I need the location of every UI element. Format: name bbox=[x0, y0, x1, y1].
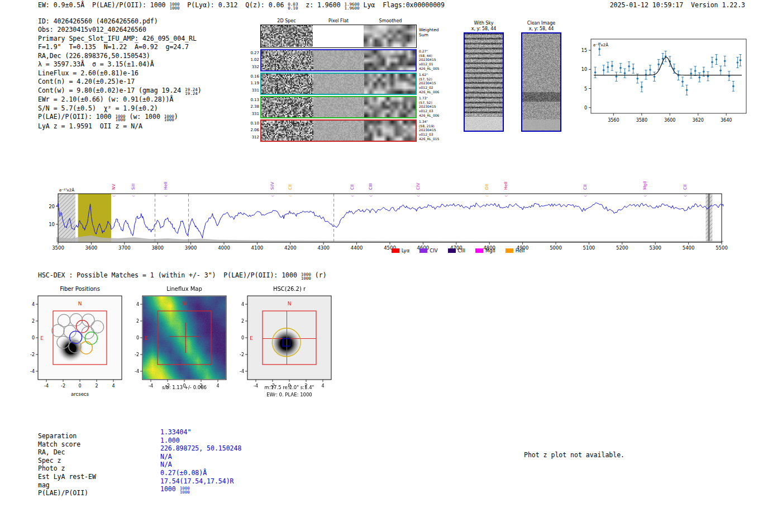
svg-text:(: ( bbox=[416, 195, 420, 196]
svg-text:2: 2 bbox=[136, 319, 139, 324]
svg-text:0: 0 bbox=[241, 336, 244, 341]
svg-text:-2: -2 bbox=[61, 384, 65, 389]
legend-item: HeII bbox=[506, 248, 525, 253]
zoom-ylabel: e⁻¹⁷x2Å bbox=[593, 42, 608, 47]
svg-text:0: 0 bbox=[136, 336, 139, 341]
match-row-label: Separation bbox=[38, 432, 96, 440]
svg-text:3600: 3600 bbox=[664, 118, 675, 123]
compass-east: E bbox=[145, 336, 148, 341]
match-row-value: 17.54(17.54,17.54)R bbox=[160, 477, 241, 486]
line-marker-label: CII bbox=[350, 184, 355, 190]
match-row-value: N/A bbox=[160, 461, 241, 469]
svg-text:4: 4 bbox=[136, 302, 139, 307]
cutout-2d-cell bbox=[364, 97, 416, 117]
compass-north: N bbox=[183, 301, 187, 306]
svg-text:(: ( bbox=[270, 195, 274, 196]
cutout-2d-cell bbox=[364, 25, 416, 47]
stacked-fraction: 1.96001.9600 bbox=[345, 3, 360, 11]
svg-text:3600: 3600 bbox=[85, 245, 98, 251]
panel-caption: s/b: 1.13 +/- 0.086 bbox=[162, 385, 207, 390]
legend-swatch bbox=[475, 248, 483, 253]
svg-text:4: 4 bbox=[216, 384, 219, 389]
compass-east: E bbox=[250, 336, 253, 341]
info-line: S/N = 5.7(±0.5) χ² = 1.9(±0.2) bbox=[38, 104, 202, 113]
svg-text:4: 4 bbox=[321, 384, 324, 389]
svg-text:(: ( bbox=[164, 195, 168, 196]
info-line: F=1.9" T=0.135 N̅=1.22 A̅=0.92 g=24.7 bbox=[38, 43, 202, 51]
svg-text:(: ( bbox=[112, 195, 116, 196]
clean-image bbox=[522, 33, 560, 131]
legend-swatch bbox=[448, 248, 456, 253]
svg-text:2: 2 bbox=[32, 319, 35, 324]
fiber-row-meta: 1.73"(57, 52)20230415v012_03426_RL_006 bbox=[419, 96, 464, 118]
emission-highlight-band bbox=[78, 194, 111, 242]
info-line: Cont(w) = 9.80(±0.02)e-17 (gmag 19.24 19… bbox=[38, 87, 202, 96]
compass-east: E bbox=[40, 336, 44, 341]
withsky-image bbox=[465, 33, 503, 131]
column-title-smoothed: Smoothed bbox=[364, 18, 417, 23]
svg-text:4: 4 bbox=[112, 384, 115, 389]
cutout-2d-cell bbox=[261, 25, 313, 47]
line-marker-label: OII bbox=[484, 184, 489, 190]
match-row-value: 0.27(±0.08)Å bbox=[160, 469, 241, 477]
svg-text:(: ( bbox=[583, 195, 587, 196]
compass-north: N bbox=[78, 301, 82, 306]
line-marker-label: HeII bbox=[503, 181, 508, 190]
svg-text:5: 5 bbox=[584, 87, 587, 92]
cutout-2d-cell bbox=[261, 74, 313, 94]
withsky-title: With Sky bbox=[462, 21, 505, 26]
detection-info-block: ID: 4026426560 (4026426560.pdf)Obs: 2023… bbox=[38, 17, 202, 131]
match-table-labels: SeparationMatch scoreRA, DecSpec zPhoto … bbox=[38, 432, 96, 497]
line-marker-label: CII bbox=[288, 184, 293, 190]
match-row-label: RA, Dec bbox=[38, 448, 96, 457]
match-row-value: 1.000 bbox=[160, 437, 241, 445]
fiber-cutout-row bbox=[260, 96, 417, 118]
line-marker-label: CII bbox=[583, 184, 588, 190]
cutout-2d-cell bbox=[313, 74, 364, 94]
fiber-row-meta: 1.34"(58, 219)20230415v012_03426_RL_015 bbox=[419, 119, 464, 141]
spec-ylabel: e⁻¹⁷x2Å bbox=[59, 188, 74, 193]
stacked-fraction: 10001000 bbox=[169, 3, 179, 11]
line-marker-label: SiII bbox=[131, 184, 136, 190]
legend-swatch bbox=[392, 248, 399, 253]
panel-caption-2: EWr: 0. PLAE: 1000 bbox=[266, 392, 312, 397]
svg-text:3500: 3500 bbox=[52, 245, 64, 251]
info-line: RA,Dec (226.898376,50.150543) bbox=[38, 52, 202, 60]
panel-title: Lineflux Map bbox=[166, 286, 202, 292]
svg-text:0: 0 bbox=[78, 384, 81, 389]
cutout-2d-cell bbox=[364, 121, 416, 141]
svg-text:10: 10 bbox=[581, 67, 587, 72]
column-title-2d-spec: 2D Spec bbox=[260, 18, 313, 23]
svg-text:4200: 4200 bbox=[284, 245, 297, 251]
svg-text:-4: -4 bbox=[30, 369, 35, 374]
match-row-label: Est LyA rest-EW bbox=[38, 473, 96, 481]
x-ticks: 35603580360036203640 bbox=[608, 113, 732, 123]
clean-panel bbox=[521, 32, 561, 132]
fiber-row-weights: 0.132.38331 bbox=[244, 97, 259, 117]
svg-text:(: ( bbox=[131, 195, 135, 196]
column-title-pixel-flat: Pixel Flat bbox=[313, 18, 364, 23]
ifu-footprint-square bbox=[158, 311, 211, 365]
fiber-row-weights: 0.102.06312 bbox=[244, 120, 259, 141]
panel-title: Fiber Positions bbox=[60, 286, 100, 292]
line-marker-label: HeII bbox=[163, 181, 168, 190]
weighted-sum-row bbox=[260, 25, 417, 48]
cutout-2d-cell bbox=[261, 50, 313, 70]
panel-caption-1: m:17.5 re:2.0" s:1.4" bbox=[264, 385, 314, 390]
svg-text:-2: -2 bbox=[30, 352, 35, 357]
svg-text:(: ( bbox=[643, 195, 647, 196]
lineflux-map-panel: Lineflux MapNE-4-4-2-2002244s/b: 1.13 +/… bbox=[131, 282, 237, 402]
line-markers: NV(SiII(HeII(SiIV(CII(CII(CIII(CIV(OII(H… bbox=[111, 181, 688, 196]
error-envelope bbox=[56, 236, 723, 242]
svg-text:(: ( bbox=[504, 195, 508, 196]
svg-text:-4: -4 bbox=[135, 369, 139, 374]
match-row-value: N/A bbox=[160, 453, 241, 461]
fiber-cutout-row bbox=[260, 119, 417, 142]
svg-text:3900: 3900 bbox=[185, 245, 197, 251]
legend-item: CIII bbox=[448, 248, 465, 253]
svg-text:20: 20 bbox=[49, 204, 55, 209]
svg-text:3560: 3560 bbox=[608, 118, 619, 123]
legend-item: CIV bbox=[419, 248, 437, 253]
line-marker-label: CIV bbox=[416, 183, 421, 190]
data-points bbox=[594, 43, 741, 95]
